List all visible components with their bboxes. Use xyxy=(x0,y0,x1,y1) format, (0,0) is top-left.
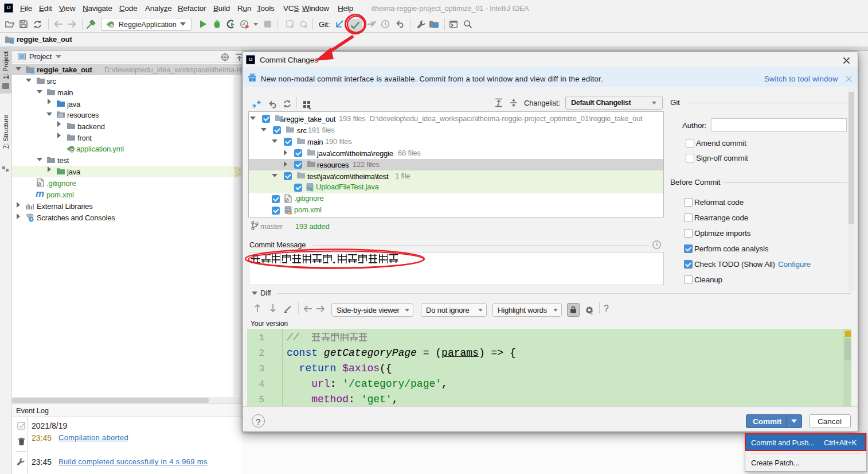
svg-text:<>: <> xyxy=(288,212,291,215)
